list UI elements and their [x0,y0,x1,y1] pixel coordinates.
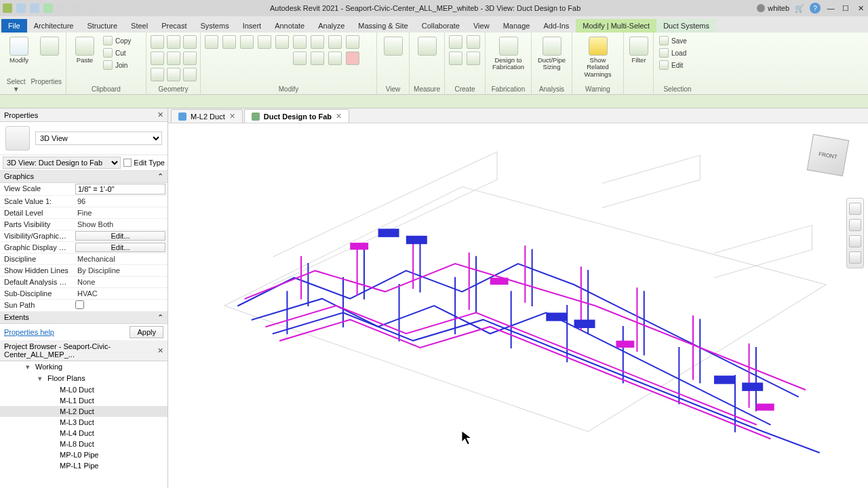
modify-button[interactable]: Modify [4,35,34,65]
create-4[interactable] [467,52,480,65]
edit-selection-button[interactable]: Edit [658,60,688,70]
geo-tool-1[interactable] [151,35,164,49]
view-tab-1[interactable]: M-L2 Duct ✕ [171,109,243,123]
instance-dropdown[interactable]: 3D View: Duct Design to Fab [3,157,121,169]
geo-tool-8[interactable] [167,68,180,81]
tab-systems[interactable]: Systems [193,19,235,33]
parts-vis-value[interactable]: Show Both [75,220,165,229]
viewcube[interactable]: FRONT [804,131,852,179]
create-2[interactable] [467,35,480,49]
cart-icon[interactable]: 🛒 [795,3,804,13]
measure-tool[interactable] [414,35,440,57]
geo-tool-6[interactable] [183,52,197,65]
mirror-button[interactable] [240,35,254,49]
detail-level-value[interactable]: Fine [75,208,165,218]
browser-item-4[interactable]: M-L4 Duct [0,428,167,439]
tab-manage[interactable]: Manage [496,19,537,33]
browser-item-2[interactable]: M-L2 Duct [0,406,167,417]
project-browser-tree[interactable]: Working Floor Plans M-L0 Duct M-L1 Duct … [0,361,167,488]
save-selection-button[interactable]: Save [658,35,688,46]
tab-architecture[interactable]: Architecture [27,19,81,33]
design-to-fab-button[interactable]: Design to Fabrication [490,35,527,73]
tab-annotate[interactable]: Annotate [268,19,311,33]
restore-button[interactable]: ☐ [841,3,850,13]
user-display[interactable]: whiteb [757,4,789,12]
properties-help-link[interactable]: Properties help [4,328,54,336]
gdo-edit-button[interactable]: Edit... [75,243,165,252]
offset-button[interactable] [222,35,236,49]
type-dropdown[interactable]: 3D View [35,131,162,145]
app-icon[interactable] [3,3,12,13]
filter-button[interactable]: Filter [628,35,650,65]
browser-item-3[interactable]: M-L3 Duct [0,417,167,428]
geo-tool-2[interactable] [167,35,180,49]
tab-precast[interactable]: Precast [155,19,193,33]
browser-item-6[interactable]: MP-L0 Pipe [0,449,167,460]
paste-button[interactable]: Paste [71,35,99,65]
save-icon[interactable] [30,3,39,13]
tab-view[interactable]: View [467,19,496,33]
view-tab-2[interactable]: Duct Design to Fab ✕ [244,109,349,123]
scale-button[interactable] [328,52,342,65]
load-selection-button[interactable]: Load [658,47,688,58]
tab-analyze[interactable]: Analyze [311,19,351,33]
tab-addins[interactable]: Add-Ins [536,19,576,33]
cut-button[interactable]: Cut [102,47,132,58]
copy-button[interactable]: Copy [102,35,132,46]
nav-wheel-icon[interactable] [849,203,861,215]
drawing-canvas[interactable]: FRONT [168,123,868,488]
node-floor-plans[interactable]: Floor Plans [0,373,167,384]
nav-pan-icon[interactable] [849,219,861,231]
pin-button[interactable] [293,52,307,65]
view-tab-1-close[interactable]: ✕ [229,112,235,121]
edit-type-button[interactable]: Edit Type [123,159,165,167]
split-button[interactable] [346,35,359,49]
group-extents[interactable]: Extents⌃ [0,312,167,324]
browser-item-0[interactable]: M-L0 Duct [0,384,167,395]
duct-pipe-sizing-button[interactable]: Duct/Pipe Sizing [536,35,568,73]
tab-steel[interactable]: Steel [124,19,155,33]
array-button[interactable] [293,35,307,49]
tab-structure[interactable]: Structure [80,19,124,33]
move-button[interactable] [258,35,271,49]
properties-button[interactable] [37,35,62,57]
project-browser-close-button[interactable]: ✕ [157,346,163,355]
browser-item-7[interactable]: MP-L1 Pipe [0,460,167,471]
trim-button[interactable] [328,35,342,49]
node-working[interactable]: Working [0,361,167,373]
sync-icon[interactable] [43,3,53,13]
tab-massing[interactable]: Massing & Site [351,19,414,33]
geo-tool-3[interactable] [183,35,197,49]
subdisc-value[interactable]: HVAC [75,289,165,298]
minimize-button[interactable]: — [826,3,835,13]
show-warnings-button[interactable]: Show Related Warnings [576,35,619,79]
open-icon[interactable] [16,3,26,13]
geo-tool-9[interactable] [183,68,197,81]
vg-edit-button[interactable]: Edit... [75,231,165,241]
type-selector[interactable]: 3D View [0,122,167,155]
help-icon[interactable]: ? [810,3,821,14]
sunpath-checkbox[interactable] [75,300,84,309]
align-button[interactable] [205,35,218,49]
group-graphics[interactable]: Graphics⌃ [0,171,167,183]
nav-zoom-icon[interactable] [849,235,861,247]
view-tab-2-close[interactable]: ✕ [336,112,342,121]
rotate-button[interactable] [311,35,324,49]
create-1[interactable] [449,35,462,49]
geo-tool-4[interactable] [151,52,164,65]
dad-value[interactable]: None [75,277,165,287]
tab-file[interactable]: File [1,19,27,33]
close-button[interactable]: ✕ [856,3,865,13]
viewcube-face[interactable]: FRONT [807,134,850,177]
print-icon[interactable] [84,3,94,13]
discipline-value[interactable]: Mechanical [75,254,165,264]
tab-insert[interactable]: Insert [236,19,269,33]
properties-close-button[interactable]: ✕ [157,110,163,119]
geo-tool-5[interactable] [167,52,180,65]
browser-item-5[interactable]: M-L8 Duct [0,439,167,449]
geo-tool-7[interactable] [151,68,164,81]
redo-icon[interactable] [71,3,80,13]
browser-item-1[interactable]: M-L1 Duct [0,395,167,406]
view-scale-field[interactable] [75,184,165,195]
tab-duct-systems[interactable]: Duct Systems [656,19,716,33]
